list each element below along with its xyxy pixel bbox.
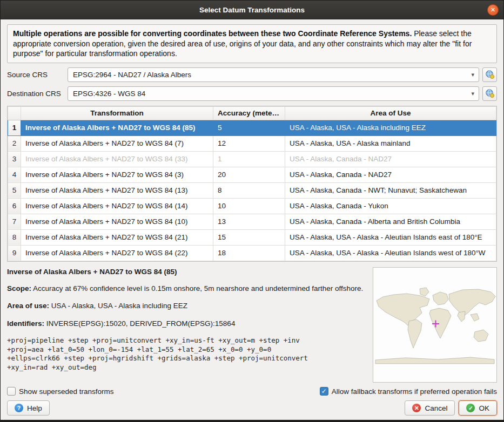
close-window-button[interactable]: ✕ [487,4,499,16]
row-number: 6 [8,198,21,214]
area-of-use-text: USA - Alaska, USA - Alaska including EEZ [49,302,187,310]
show-superseded-checkbox[interactable]: Show superseded transforms [7,387,114,396]
source-crs-select-button[interactable] [482,67,497,82]
table-row[interactable]: 1 Inverse of Alaska Albers + NAD27 to WG… [8,120,496,135]
cell-accuracy[interactable]: 1 [213,151,285,167]
cell-accuracy[interactable]: 13 [213,214,285,229]
description-bold: Multiple operations are possible for con… [13,29,412,38]
table-row[interactable]: 7 Inverse of Alaska Albers + NAD27 to WG… [8,214,496,229]
chevron-down-icon: ▾ [471,90,474,97]
row-number: 2 [8,135,21,151]
crs-globe-icon [485,89,495,98]
area-of-use-label: Area of use: [7,302,49,310]
row-number: 9 [8,245,21,261]
world-map [373,284,496,365]
checkbox-unchecked-icon[interactable] [7,387,16,396]
cell-area[interactable]: USA - Alaska, USA - Alaska - Aleutian Is… [285,245,496,261]
ok-button[interactable]: ✓ OK [459,400,497,416]
table-row[interactable]: 9 Inverse of Alaska Albers + NAD27 to WG… [8,245,496,261]
dialog-content: Multiple operations are possible for con… [1,19,503,420]
dialog-window: Select Datum Transformations ✕ Multiple … [0,0,504,422]
details-text: Inverse of Alaska Albers + NAD27 to WGS … [7,267,366,383]
help-button-label: Help [27,404,42,412]
details-panel: Inverse of Alaska Albers + NAD27 to WGS … [7,267,497,383]
show-superseded-label[interactable]: Show superseded transforms [19,387,114,396]
cancel-button-label: Cancel [425,404,447,412]
row-number: 8 [8,229,21,245]
scope-text: Accuracy at 67% confidence level is 0.15… [31,284,363,292]
source-crs-combobox[interactable]: EPSG:2964 - NAD27 / Alaska Albers ▾ [68,67,479,82]
destination-crs-combobox[interactable]: EPSG:4326 - WGS 84 ▾ [68,86,479,101]
cell-accuracy[interactable]: 10 [213,198,285,214]
allow-fallback-checkbox[interactable]: ✓ Allow fallback transforms if preferred… [320,387,497,396]
checkbox-checked-icon[interactable]: ✓ [320,387,328,396]
destination-crs-value: EPSG:4326 - WGS 84 [73,90,145,98]
help-button[interactable]: ? Help [7,400,50,416]
details-title: Inverse of Alaska Albers + NAD27 to WGS … [7,268,366,276]
options-row: Show superseded transforms ✓ Allow fallb… [7,387,497,396]
destination-crs-label: Destination CRS [7,90,68,98]
source-crs-value: EPSG:2964 - NAD27 / Alaska Albers [73,71,191,79]
table-row[interactable]: 3 Inverse of Alaska Albers + NAD27 to WG… [8,151,496,167]
row-number: 4 [8,167,21,182]
cell-transformation[interactable]: Inverse of Alaska Albers + NAD27 to WGS … [21,229,213,245]
button-bar: ? Help ✕ Cancel ✓ OK [7,400,497,416]
cell-area[interactable]: USA - Alaska, USA - Alaska including EEZ [285,120,496,135]
header-accuracy[interactable]: Accuracy (meters) [213,106,285,120]
cell-accuracy[interactable]: 18 [213,245,285,261]
destination-crs-row: Destination CRS EPSG:4326 - WGS 84 ▾ [7,86,497,101]
cell-accuracy[interactable]: 8 [213,182,285,198]
ok-button-label: OK [479,404,489,412]
cell-transformation[interactable]: Inverse of Alaska Albers + NAD27 to WGS … [21,245,213,261]
help-icon: ? [15,404,23,412]
allow-fallback-label[interactable]: Allow fallback transforms if preferred o… [332,387,497,396]
table-row[interactable]: 6 Inverse of Alaska Albers + NAD27 to WG… [8,198,496,214]
cell-area[interactable]: USA - Alaska, USA - Alaska mainland [285,135,496,151]
cell-transformation[interactable]: Inverse of Alaska Albers + NAD27 to WGS … [21,120,213,135]
details-scope: Scope: Accuracy at 67% confidence level … [7,284,366,294]
cell-area[interactable]: USA - Alaska, USA - Alaska - Aleutian Is… [285,229,496,245]
cell-transformation[interactable]: Inverse of Alaska Albers + NAD27 to WGS … [21,167,213,182]
row-number: 1 [8,120,21,135]
crs-globe-icon [485,70,495,79]
cancel-button[interactable]: ✕ Cancel [405,400,455,416]
cell-accuracy[interactable]: 5 [213,120,285,135]
identifiers-text: INVERSE(EPSG):15020, DERIVED_FROM(EPSG):… [44,319,235,328]
table-header-row: Transformation Accuracy (meters) Area of… [8,106,496,120]
cancel-icon: ✕ [412,404,421,412]
row-number: 5 [8,182,21,198]
cell-accuracy[interactable]: 20 [213,167,285,182]
cell-area[interactable]: USA - Alaska, Canada - NAD27 [285,167,496,182]
window-title: Select Datum Transformations [199,6,305,14]
cell-transformation[interactable]: Inverse of Alaska Albers + NAD27 to WGS … [21,151,213,167]
cell-accuracy[interactable]: 15 [213,229,285,245]
cell-accuracy[interactable]: 12 [213,135,285,151]
header-area-of-use[interactable]: Area of Use [285,106,496,120]
cell-area[interactable]: USA - Alaska, Canada - Alberta and Briti… [285,214,496,229]
proj-pipeline-string: +proj=pipeline +step +proj=unitconvert +… [7,336,366,372]
cell-transformation[interactable]: Inverse of Alaska Albers + NAD27 to WGS … [21,198,213,214]
transformations-table: Transformation Accuracy (meters) Area of… [7,106,497,262]
table-row[interactable]: 5 Inverse of Alaska Albers + NAD27 to WG… [8,182,496,198]
description-box: Multiple operations are possible for con… [7,24,497,63]
ok-icon: ✓ [466,404,475,412]
cell-area[interactable]: USA - Alaska, Canada - Yukon [285,198,496,214]
header-transformation[interactable]: Transformation [21,106,213,120]
table-row[interactable]: 4 Inverse of Alaska Albers + NAD27 to WG… [8,167,496,182]
table-row[interactable]: 8 Inverse of Alaska Albers + NAD27 to WG… [8,229,496,245]
chevron-down-icon: ▾ [471,71,474,78]
table-row[interactable]: 2 Inverse of Alaska Albers + NAD27 to WG… [8,135,496,151]
area-of-use-map [373,267,497,383]
source-crs-label: Source CRS [7,71,68,79]
titlebar: Select Datum Transformations ✕ [1,1,503,19]
cell-transformation[interactable]: Inverse of Alaska Albers + NAD27 to WGS … [21,214,213,229]
cell-area[interactable]: USA - Alaska, Canada - NWT; Nunavut; Sas… [285,182,496,198]
source-crs-row: Source CRS EPSG:2964 - NAD27 / Alaska Al… [7,67,497,82]
destination-crs-select-button[interactable] [482,86,497,101]
scope-label: Scope: [7,284,31,292]
cell-area[interactable]: USA - Alaska, Canada - NAD27 [285,151,496,167]
corner-header [8,106,21,120]
cell-transformation[interactable]: Inverse of Alaska Albers + NAD27 to WGS … [21,182,213,198]
details-area-of-use: Area of use: USA - Alaska, USA - Alaska … [7,301,366,311]
cell-transformation[interactable]: Inverse of Alaska Albers + NAD27 to WGS … [21,135,213,151]
